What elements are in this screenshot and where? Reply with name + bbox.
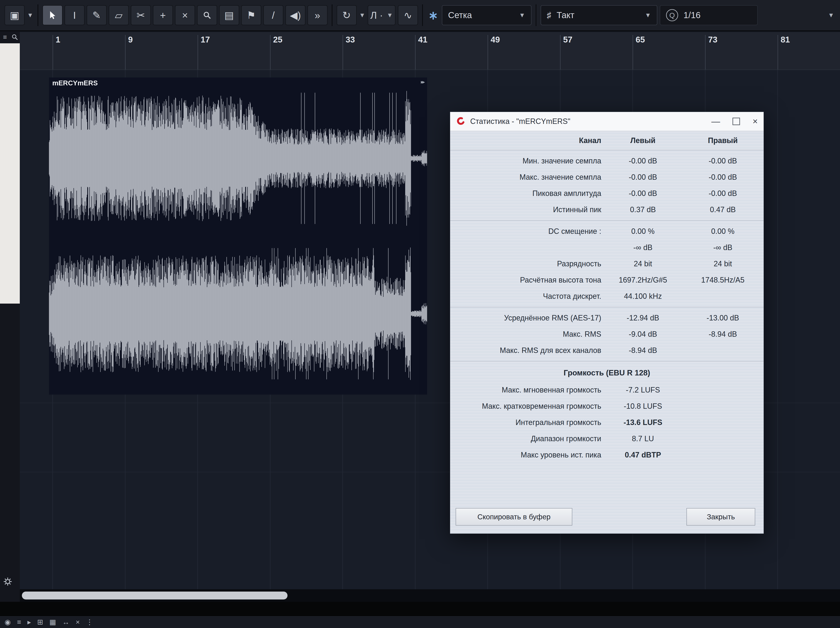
caret-down-icon[interactable]: ▼ <box>27 12 33 19</box>
stats-row: Макс. мгновенная громкость-7.2 LUFS <box>450 382 764 398</box>
time-warp-tool[interactable]: ⚑ <box>241 5 261 25</box>
copy-to-clipboard-button[interactable]: Скопировать в буфер <box>456 508 572 526</box>
minimize-button[interactable]: — <box>711 116 720 126</box>
dialog-buttons-row: Скопировать в буфер Закрыть <box>450 508 764 534</box>
clip-name-label: mERCYmERS <box>52 79 98 87</box>
background-window-strip <box>0 43 20 304</box>
section-header: Громкость (EBU R 128) <box>450 364 764 382</box>
app-icon <box>456 116 466 127</box>
grid-type-value: Сетка <box>448 10 513 20</box>
statistics-dialog: Статистика - "mERCYmERS" — × Канал Левый… <box>450 112 764 534</box>
mute-tool[interactable]: × <box>175 5 195 25</box>
line-tool[interactable]: / <box>263 5 283 25</box>
ruler-mark: 41 <box>415 35 428 69</box>
dialog-body: Канал Левый Правый Мин. значение семпла-… <box>450 131 764 534</box>
more-icon[interactable]: ⋮ <box>86 618 93 626</box>
bottom-toolbar: ◉≡▸⊞▦↔×⋮ <box>0 615 840 628</box>
quantize-preset-dropdown[interactable]: Q 1/16 <box>660 5 758 25</box>
erase-tool[interactable]: ▱ <box>109 5 129 25</box>
left-column-header: Левый <box>604 136 682 145</box>
ruler-mark: 25 <box>270 35 283 69</box>
quantize-icon: Q <box>666 9 678 21</box>
caret-down-icon[interactable]: ▼ <box>828 12 834 19</box>
event-end-marker-icon: ▸▸ <box>421 79 424 85</box>
caret-down-icon: ▼ <box>645 12 651 19</box>
stats-section: Мин. значение семпла-0.00 dB-0.00 dBМакс… <box>450 150 764 220</box>
ruler-mark: 57 <box>560 35 573 69</box>
ruler-mark: 9 <box>125 35 133 69</box>
stats-row: Макс. RMS для всех каналов-8.94 dB <box>450 342 764 359</box>
sharp-icon: ♯ <box>547 10 551 20</box>
waveform <box>49 77 427 395</box>
close-small-icon[interactable]: × <box>76 618 80 626</box>
stats-row: DC смещение :0.00 %0.00 % <box>450 223 764 239</box>
close-icon[interactable]: × <box>753 116 758 126</box>
stats-row: Мин. значение семпла-0.00 dB-0.00 dB <box>450 153 764 169</box>
snap-toggle-icon[interactable]: ∗ <box>428 8 438 22</box>
channel-column-header: Канал <box>450 136 604 145</box>
play-small-icon[interactable]: ▸ <box>27 618 31 626</box>
ruler-mark: 81 <box>777 35 790 69</box>
pattern-icon[interactable]: ▦ <box>49 618 56 626</box>
ruler-mark: 73 <box>705 35 717 69</box>
stats-row: Диапазон громкости8.7 LU <box>450 431 764 447</box>
quantize-preset-value: 1/16 <box>684 10 752 20</box>
caret-down-icon: ▼ <box>519 12 525 19</box>
ruler-mark: 17 <box>197 35 210 69</box>
gear-icon[interactable] <box>3 577 13 587</box>
search-icon[interactable] <box>11 33 19 41</box>
stats-section: Громкость (EBU R 128)Макс. мгновенная гр… <box>450 361 764 466</box>
grid-type-dropdown[interactable]: Сетка ▼ <box>442 5 532 25</box>
right-column-header: Правый <box>682 136 764 145</box>
scrub-tool[interactable]: » <box>308 5 327 25</box>
arrows-icon[interactable]: ↔ <box>62 618 69 626</box>
comp-tool[interactable]: ▤ <box>219 5 239 25</box>
stats-row: Усреднённое RMS (AES-17)-12.94 dB-13.00 … <box>450 310 764 326</box>
scrollbar-thumb[interactable] <box>22 592 287 600</box>
audio-event[interactable]: mERCYmERS ▸▸ <box>49 77 427 395</box>
stats-row: Макс. RMS-9.04 dB-8.94 dB <box>450 326 764 342</box>
setup-window-layout-button[interactable]: ▣ <box>5 5 25 25</box>
stats-row: Макс. значение семпла-0.00 dB-0.00 dB <box>450 169 764 185</box>
ruler-mark: 49 <box>488 35 500 69</box>
play-tool[interactable]: ◀) <box>286 5 305 25</box>
left-rail: ≡ <box>0 31 20 602</box>
range-selection-tool[interactable]: I <box>65 5 85 25</box>
object-selection-tool[interactable] <box>43 5 63 25</box>
dialog-titlebar[interactable]: Статистика - "mERCYmERS" — × <box>450 112 764 131</box>
draw-tool[interactable]: ✎ <box>87 5 107 25</box>
ruler-mark: 65 <box>633 35 645 69</box>
bottom-toolbar-icons: ◉≡▸⊞▦↔×⋮ <box>5 618 93 626</box>
stats-row: Макс уровень ист. пика0.47 dBTP <box>450 447 764 463</box>
stats-table: Мин. значение семпла-0.00 dB-0.00 dBМакс… <box>450 150 764 466</box>
dialog-title: Статистика - "mERCYmERS" <box>470 117 570 126</box>
close-dialog-button[interactable]: Закрыть <box>687 508 755 526</box>
zoom-tool[interactable] <box>197 5 217 25</box>
maximize-button[interactable] <box>733 118 740 125</box>
caret-down-icon[interactable]: ▼ <box>359 12 365 19</box>
insert-quantize-button[interactable]: Л · ▼ <box>368 5 395 25</box>
ruler-mark: 1 <box>52 35 60 69</box>
sine-tool-button[interactable]: ∿ <box>398 5 418 25</box>
toolbar-separator <box>422 5 423 26</box>
ruler[interactable]: 19172533414957657381 <box>20 32 840 70</box>
ruler-mark: 33 <box>343 35 355 69</box>
glue-tool[interactable]: + <box>153 5 173 25</box>
autoscroll-button[interactable]: ↻ <box>337 5 357 25</box>
toolbar-separator <box>535 5 537 26</box>
caret-down-icon: ▼ <box>387 12 393 19</box>
stats-row: Расчётная высота тона1697.2Hz/G#51748.5H… <box>450 272 764 288</box>
main-toolbar: ▣ ▼ I✎▱✂+×▤⚑/◀)» ↻ ▼ Л · ▼ ∿ ∗ Сетка ▼ ♯… <box>0 0 840 31</box>
track-list-icon[interactable]: ≡ <box>1 33 9 41</box>
stats-section: Усреднённое RMS (AES-17)-12.94 dB-13.00 … <box>450 307 764 361</box>
beat-grid-dropdown[interactable]: ♯ Такт ▼ <box>541 5 657 25</box>
split-tool[interactable]: ✂ <box>131 5 151 25</box>
stats-row: Частота дискрет.44.100 kHz <box>450 288 764 304</box>
horizontal-scrollbar[interactable] <box>20 589 840 602</box>
list-icon[interactable]: ≡ <box>17 618 21 626</box>
insert-quantize-label: Л · <box>370 9 383 21</box>
grid-small-icon[interactable]: ⊞ <box>37 618 43 626</box>
stats-row: -∞ dB-∞ dB <box>450 239 764 256</box>
grid-line <box>777 69 778 589</box>
monitor-icon[interactable]: ◉ <box>5 618 11 626</box>
